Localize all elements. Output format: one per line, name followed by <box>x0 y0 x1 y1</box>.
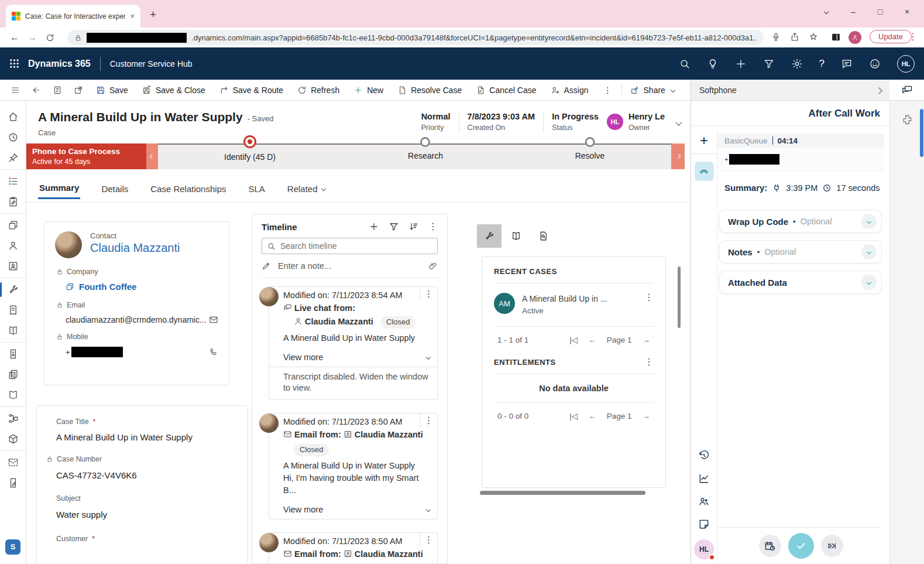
new-button[interactable]: New <box>348 81 389 99</box>
entry-more-icon[interactable]: ⋮ <box>420 533 437 547</box>
timeline-entry[interactable]: Modified on: 7/11/2023 8:50 AM ⋮ Email f… <box>269 532 438 564</box>
pager-prev-icon[interactable]: ← <box>588 412 596 421</box>
recent-case-title[interactable]: A Mineral Build Up in ... <box>522 293 637 305</box>
contact-name-link[interactable]: Claudia Mazzanti <box>90 241 180 255</box>
sitemap-item-recent[interactable] <box>0 127 26 148</box>
site-map-toggle-icon[interactable] <box>6 81 25 99</box>
settings-gear-icon[interactable] <box>791 58 803 70</box>
user-avatar[interactable]: HL <box>897 55 915 73</box>
recent-case-more-icon[interactable]: ⋮ <box>644 293 654 302</box>
back-button[interactable] <box>27 81 46 99</box>
window-close-button[interactable]: × <box>894 2 920 21</box>
browser-profile-avatar[interactable] <box>849 31 861 44</box>
skip-acw-button[interactable] <box>821 535 843 557</box>
help-icon[interactable]: ? <box>819 58 825 70</box>
new-tab-button[interactable]: + <box>150 8 156 21</box>
related-tab-cases[interactable] <box>477 224 501 248</box>
mic-icon[interactable] <box>771 32 781 44</box>
timeline-filter-icon[interactable] <box>389 221 399 232</box>
sitemap-item-contacts[interactable] <box>0 235 26 256</box>
bpf-next-chevron[interactable] <box>671 143 685 169</box>
entry-from[interactable]: Claudia Mazzanti <box>355 549 423 559</box>
entitlements-more-icon[interactable]: ⋮ <box>644 357 654 367</box>
waffle-icon[interactable] <box>0 59 28 69</box>
browser-menu-icon[interactable]: ⋮ <box>908 32 918 42</box>
bookmark-star-icon[interactable] <box>809 32 818 44</box>
sitemap-item-knowledge-search[interactable] <box>0 385 26 405</box>
send-email-icon[interactable] <box>209 315 218 324</box>
browser-update-button[interactable]: Update <box>870 30 912 43</box>
sitemap-item-email-templates[interactable] <box>0 452 26 473</box>
sitemap-item-social-profiles[interactable] <box>0 256 26 276</box>
browser-sidebar-icon[interactable] <box>831 32 841 45</box>
cancel-case-button[interactable]: Cancel Case <box>470 81 542 99</box>
copilot-puzzle-icon[interactable] <box>890 101 924 126</box>
subject-value[interactable]: Water supply <box>56 510 238 519</box>
entry-subject[interactable]: A Mineral Build Up in Water Supply <box>283 332 431 344</box>
attached-data-accordion[interactable]: Attached Data <box>719 271 882 294</box>
notes-accordion[interactable]: Notes• Optional <box>719 240 882 264</box>
accordion-chevron[interactable] <box>861 275 877 290</box>
notes-icon[interactable] <box>695 514 714 534</box>
save-and-close-button[interactable]: Save & Close <box>136 81 211 99</box>
quick-create-plus-icon[interactable] <box>735 58 747 70</box>
entry-more-icon[interactable]: ⋮ <box>420 413 437 428</box>
window-minimize-button[interactable]: – <box>840 2 867 21</box>
bpf-stage-identify[interactable]: Identify (45 D) <box>224 143 276 162</box>
vertical-scrollbar-thumb[interactable] <box>678 266 681 328</box>
save-and-route-button[interactable]: Save & Route <box>214 81 289 99</box>
share-page-icon[interactable] <box>790 32 799 44</box>
insights-chart-icon[interactable] <box>695 469 714 488</box>
feedback-icon[interactable] <box>841 58 853 70</box>
search-icon[interactable] <box>679 58 691 70</box>
related-tab-knowledge[interactable] <box>504 224 528 248</box>
tab-case-relationships[interactable]: Case Relationships <box>149 179 227 199</box>
view-more-toggle[interactable]: View more <box>269 501 437 519</box>
timeline-more-icon[interactable]: ⋮ <box>428 222 438 231</box>
recent-case-row[interactable]: AM A Mineral Build Up in ... Active ⋮ <box>494 293 654 317</box>
window-menu-chevron[interactable] <box>813 2 840 21</box>
refresh-button[interactable]: Refresh <box>291 81 345 99</box>
company-value[interactable]: Fourth Coffee <box>66 282 218 292</box>
owner-field[interactable]: HL Henry Le Owner <box>607 111 665 132</box>
add-session-button[interactable]: + <box>691 128 717 149</box>
share-button[interactable]: Share <box>624 81 681 99</box>
case-title-value[interactable]: A Mineral Build Up in Water Supply <box>56 432 238 442</box>
accordion-chevron[interactable] <box>861 214 877 229</box>
view-more-toggle[interactable]: View more <box>269 349 437 367</box>
timeline-search[interactable] <box>262 238 438 254</box>
pager-prev-icon[interactable]: ← <box>588 336 596 344</box>
sitemap-item-queues[interactable] <box>0 300 26 320</box>
tab-details[interactable]: Details <box>100 179 129 199</box>
browser-refresh-button[interactable] <box>41 33 59 42</box>
paperclip-icon[interactable] <box>428 261 438 271</box>
horizontal-scrollbar-thumb[interactable] <box>480 491 645 495</box>
timeline-sort-icon[interactable] <box>408 221 419 232</box>
owner-link[interactable]: Henry Le <box>628 111 665 123</box>
filter-icon[interactable] <box>763 58 775 70</box>
softphone-collapse-chevron[interactable] <box>877 86 881 95</box>
timeline-search-input[interactable] <box>280 241 432 251</box>
tab-sla[interactable]: SLA <box>247 179 266 199</box>
related-tab-search[interactable] <box>531 224 555 248</box>
sitemap-item-pinned[interactable] <box>0 148 26 168</box>
session-history-icon[interactable] <box>695 446 714 465</box>
window-maximize-button[interactable]: □ <box>867 2 894 21</box>
browser-forward-button[interactable]: → <box>23 32 41 43</box>
bpf-previous-chevron[interactable] <box>146 143 158 169</box>
chat-bubbles-icon[interactable] <box>901 84 913 96</box>
form-selector-icon[interactable] <box>48 81 67 99</box>
browser-back-button[interactable]: ← <box>6 32 23 43</box>
app-name[interactable]: Customer Service Hub <box>110 59 193 69</box>
sitemap-item-knowledge[interactable] <box>0 320 26 341</box>
open-in-new-icon[interactable] <box>69 81 88 99</box>
bpf-stage-resolve[interactable]: Resolve <box>575 143 605 160</box>
sitemap-item-drafts[interactable] <box>0 473 26 493</box>
entry-from[interactable]: Claudia Mazzanti <box>355 430 423 439</box>
pager-next-icon[interactable]: → <box>643 412 651 421</box>
smiley-icon[interactable] <box>869 58 881 70</box>
sitemap-item-cases[interactable] <box>0 279 26 300</box>
sitemap-item-dashboards[interactable] <box>0 171 26 192</box>
timeline-entry[interactable]: Modified on: 7/11/2023 8:50 AM ⋮ Email f… <box>269 413 438 519</box>
resolve-case-button[interactable]: Resolve Case <box>391 81 468 99</box>
